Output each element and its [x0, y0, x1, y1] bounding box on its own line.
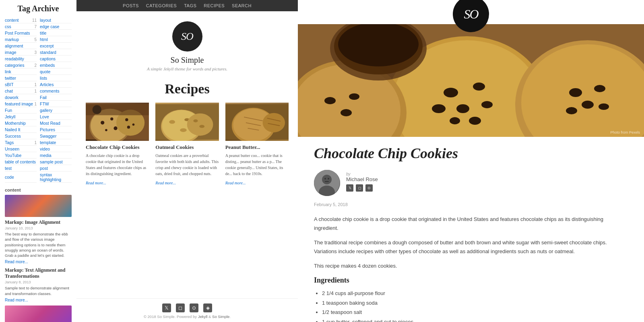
twitter-icon[interactable]: 𝕏: [162, 303, 171, 312]
tag-item[interactable]: featured image1: [5, 101, 37, 107]
tag-item[interactable]: FTW: [40, 101, 72, 107]
nav-categories[interactable]: CATEGORIES: [146, 3, 177, 8]
post-title-1[interactable]: Markup: Image Alignment: [5, 219, 72, 225]
tag-item[interactable]: YouTube: [5, 153, 37, 159]
github-icon[interactable]: ⊙: [190, 303, 198, 312]
tag-item[interactable]: table of contents: [5, 159, 37, 165]
recipe-title-choc[interactable]: Chocolate Chip Cookies: [86, 144, 149, 151]
recipe-img-pb[interactable]: [225, 103, 289, 141]
tag-item[interactable]: Nailed It: [5, 127, 37, 133]
tag-link[interactable]: table of contents: [5, 159, 36, 164]
tag-item[interactable]: categories2: [5, 62, 37, 68]
tag-item[interactable]: html: [40, 37, 72, 43]
tag-link[interactable]: title: [40, 31, 46, 35]
read-more-1[interactable]: Read more...: [5, 260, 28, 264]
tag-link[interactable]: comments: [40, 89, 59, 93]
tag-link[interactable]: Love: [40, 114, 49, 119]
nav-search[interactable]: SEARCH: [232, 3, 252, 8]
tag-item[interactable]: standard: [40, 50, 72, 56]
tag-link[interactable]: Nailed It: [5, 127, 21, 132]
tag-item[interactable]: Success: [5, 133, 37, 139]
tag-item[interactable]: syntax highlighting: [40, 172, 72, 183]
tag-link[interactable]: post: [40, 166, 48, 171]
tag-item[interactable]: readability: [5, 56, 37, 62]
tag-link[interactable]: featured image: [5, 101, 33, 106]
tag-item[interactable]: layout: [40, 17, 72, 23]
tag-link[interactable]: standard: [40, 50, 56, 55]
tag-link[interactable]: lists: [40, 76, 47, 80]
recipe-read-more-oat[interactable]: Read more...: [155, 181, 176, 185]
tag-item[interactable]: video: [40, 146, 72, 152]
feed-icon[interactable]: ◈: [203, 303, 212, 312]
author-name[interactable]: Michael Rose: [346, 176, 378, 182]
tag-link[interactable]: Pictures: [40, 127, 55, 132]
instagram-icon[interactable]: ◻: [176, 303, 185, 312]
tag-link[interactable]: test: [5, 166, 12, 171]
tag-link[interactable]: syntax highlighting: [40, 172, 72, 182]
tag-link[interactable]: Fun: [5, 108, 12, 113]
tag-item[interactable]: image3: [5, 50, 37, 56]
author-twitter-icon[interactable]: 𝕏: [346, 184, 353, 192]
tag-link[interactable]: Jekyll: [5, 114, 15, 119]
tag-item[interactable]: media: [40, 153, 72, 159]
tag-item[interactable]: sample post: [40, 159, 72, 165]
tag-link[interactable]: chat: [5, 89, 13, 93]
tag-item[interactable]: post: [40, 165, 72, 171]
tag-link[interactable]: gallery: [40, 108, 52, 113]
post-thumbnail-1[interactable]: [5, 195, 72, 217]
author-instagram-icon[interactable]: ◻: [356, 184, 363, 192]
tag-link[interactable]: categories: [5, 63, 24, 68]
author-github-icon[interactable]: ⊙: [365, 184, 373, 192]
tag-link[interactable]: dowork: [5, 95, 19, 100]
tag-link[interactable]: Tags: [5, 140, 14, 145]
tag-link[interactable]: template: [40, 140, 56, 145]
tag-item[interactable]: excerpt: [40, 43, 72, 49]
tag-link[interactable]: embeds: [40, 63, 55, 68]
tag-link[interactable]: layout: [40, 18, 51, 23]
tag-link[interactable]: sBIT: [5, 82, 14, 87]
tag-link[interactable]: content: [5, 18, 19, 23]
so-simple-link[interactable]: So Simple: [212, 314, 229, 319]
tag-link[interactable]: YouTube: [5, 153, 21, 158]
tag-item[interactable]: Swagger: [40, 133, 72, 139]
recipe-img-choc[interactable]: [86, 103, 149, 141]
tag-item[interactable]: code: [5, 172, 37, 183]
tag-item[interactable]: edge case: [40, 24, 72, 30]
tag-item[interactable]: markup5: [5, 37, 37, 43]
recipe-img-oat[interactable]: [155, 103, 219, 141]
tag-link[interactable]: Mothership: [5, 121, 26, 126]
tag-item[interactable]: Love: [40, 114, 72, 120]
recipe-read-more-choc[interactable]: Read more...: [86, 181, 106, 185]
tag-item[interactable]: Tags1: [5, 140, 37, 146]
so-logo[interactable]: SO: [172, 21, 202, 52]
tag-link[interactable]: video: [40, 147, 50, 151]
tag-link[interactable]: Post Formats: [5, 31, 30, 35]
tag-item[interactable]: Unseen: [5, 146, 37, 152]
tag-item[interactable]: content11: [5, 17, 37, 23]
tag-link[interactable]: Unseen: [5, 147, 19, 151]
tag-link[interactable]: markup: [5, 37, 19, 42]
blog-title[interactable]: So Simple: [171, 56, 204, 65]
nav-recipes[interactable]: RECIPES: [204, 3, 225, 8]
tag-item[interactable]: Fail: [40, 95, 72, 101]
tag-link[interactable]: html: [40, 37, 48, 42]
tag-item[interactable]: link: [5, 69, 37, 75]
tag-link[interactable]: Success: [5, 134, 21, 138]
tag-link[interactable]: Most Read: [40, 121, 60, 126]
tag-link[interactable]: Articles: [40, 82, 54, 87]
tag-item[interactable]: gallery: [40, 107, 72, 114]
recipe-title-oat[interactable]: Oatmeal Cookies: [155, 144, 219, 151]
recipe-read-more-pb[interactable]: Read more...: [225, 181, 246, 185]
tag-item[interactable]: Jekyll: [5, 114, 37, 120]
tag-item[interactable]: dowork: [5, 95, 37, 101]
tag-link[interactable]: code: [5, 175, 14, 180]
post-thumbnail-3[interactable]: [5, 305, 72, 322]
tag-item[interactable]: embeds: [40, 62, 72, 68]
tag-item[interactable]: css7: [5, 24, 37, 30]
tag-link[interactable]: quote: [40, 69, 50, 74]
read-more-2[interactable]: Read more...: [5, 298, 28, 302]
tag-item[interactable]: lists: [40, 75, 72, 81]
tag-link[interactable]: twitter: [5, 76, 16, 80]
tag-item[interactable]: Post Formats: [5, 30, 37, 36]
jekyll-link[interactable]: Jekyll: [198, 314, 208, 319]
